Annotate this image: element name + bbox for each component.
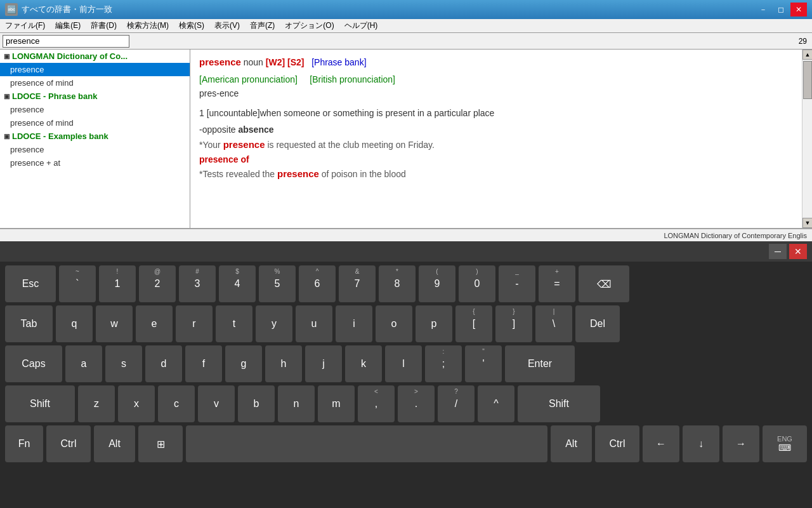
key-x[interactable]: x bbox=[118, 385, 155, 422]
key-o[interactable]: o bbox=[376, 305, 412, 342]
key-t[interactable]: t bbox=[216, 305, 252, 342]
entry-br-pron[interactable]: [British pronunciation] bbox=[310, 74, 395, 84]
key-ctrl-right[interactable]: Ctrl bbox=[595, 425, 639, 462]
key-shift-left[interactable]: Shift bbox=[5, 385, 75, 422]
key-9[interactable]: (9 bbox=[419, 265, 455, 302]
sidebar-group-phrase[interactable]: ▣ LDOCE - Phrase bank bbox=[0, 90, 190, 103]
key-0[interactable]: )0 bbox=[459, 265, 495, 302]
key-m[interactable]: m bbox=[318, 385, 355, 422]
entry-phrasebank[interactable]: [Phrase bank] bbox=[311, 57, 366, 67]
close-button[interactable]: ✕ bbox=[790, 3, 807, 17]
key-right[interactable]: → bbox=[723, 425, 759, 462]
entry-am-pron[interactable]: [American pronunciation] bbox=[199, 74, 298, 84]
key-down[interactable]: ↓ bbox=[683, 425, 719, 462]
key-v[interactable]: v bbox=[198, 385, 235, 422]
maximize-button[interactable]: ◻ bbox=[773, 3, 789, 17]
key-i[interactable]: i bbox=[336, 305, 372, 342]
key-y[interactable]: y bbox=[256, 305, 292, 342]
menu-edit[interactable]: 編集(E) bbox=[50, 19, 86, 32]
key-del[interactable]: Del bbox=[575, 305, 620, 342]
key-n[interactable]: n bbox=[278, 385, 315, 422]
key-e[interactable]: e bbox=[136, 305, 173, 342]
key-j[interactable]: j bbox=[305, 345, 342, 382]
key-quote[interactable]: "' bbox=[465, 345, 502, 382]
key-ctrl-left[interactable]: Ctrl bbox=[46, 425, 91, 462]
key-d[interactable]: d bbox=[145, 345, 182, 382]
key-equals[interactable]: += bbox=[539, 265, 575, 302]
menu-view[interactable]: 表示(V) bbox=[209, 19, 245, 32]
menu-dict[interactable]: 辞書(D) bbox=[86, 19, 122, 32]
key-l[interactable]: l bbox=[385, 345, 422, 382]
key-left[interactable]: ← bbox=[643, 425, 679, 462]
key-win[interactable]: ⊞ bbox=[138, 425, 183, 462]
search-bar: 29 bbox=[0, 33, 812, 50]
search-input[interactable] bbox=[3, 35, 129, 48]
content-scroll-thumb[interactable] bbox=[803, 61, 812, 99]
menu-options[interactable]: オプション(O) bbox=[280, 19, 339, 32]
key-alt-right[interactable]: Alt bbox=[551, 425, 592, 462]
key-4[interactable]: $4 bbox=[219, 265, 256, 302]
key-6[interactable]: ^6 bbox=[299, 265, 336, 302]
key-enter[interactable]: Enter bbox=[505, 345, 575, 382]
key-semicolon[interactable]: :; bbox=[425, 345, 462, 382]
key-q[interactable]: q bbox=[56, 305, 93, 342]
keyboard-minimize[interactable]: ─ bbox=[769, 244, 787, 259]
key-c[interactable]: c bbox=[158, 385, 195, 422]
key-2[interactable]: @2 bbox=[139, 265, 176, 302]
key-7[interactable]: &7 bbox=[339, 265, 376, 302]
key-backtick[interactable]: ~` bbox=[59, 265, 96, 302]
key-slash[interactable]: ?/ bbox=[438, 385, 475, 422]
key-1[interactable]: !1 bbox=[99, 265, 136, 302]
key-u[interactable]: u bbox=[296, 305, 332, 342]
key-backspace[interactable]: ⌫ bbox=[579, 265, 629, 302]
menu-search-method[interactable]: 検索方法(M) bbox=[122, 19, 174, 32]
key-8[interactable]: *8 bbox=[379, 265, 416, 302]
key-fn[interactable]: Fn bbox=[5, 425, 43, 462]
sidebar-item-presence-2[interactable]: presence bbox=[0, 103, 190, 116]
key-k[interactable]: k bbox=[345, 345, 382, 382]
key-rbracket[interactable]: }] bbox=[495, 305, 532, 342]
key-g[interactable]: g bbox=[225, 345, 262, 382]
key-eng[interactable]: ENG⌨ bbox=[763, 425, 807, 462]
key-r[interactable]: r bbox=[176, 305, 213, 342]
key-alt-left[interactable]: Alt bbox=[94, 425, 135, 462]
sidebar-item-presence[interactable]: presence bbox=[0, 63, 190, 76]
content-scroll-up[interactable]: ▲ bbox=[802, 50, 812, 60]
sidebar-item-presence-of-mind-1[interactable]: presence of mind bbox=[0, 76, 190, 90]
sidebar-item-presence-of-mind-2[interactable]: presence of mind bbox=[0, 116, 190, 130]
key-up[interactable]: ^ bbox=[478, 385, 514, 422]
sidebar: ▣ LONGMAN Dictionary of Co... presence p… bbox=[0, 50, 190, 228]
key-s[interactable]: s bbox=[105, 345, 142, 382]
sidebar-item-presence-at[interactable]: presence + at bbox=[0, 156, 190, 170]
key-p[interactable]: p bbox=[416, 305, 452, 342]
key-comma[interactable]: <, bbox=[358, 385, 395, 422]
menu-bar: ファイル(F) 編集(E) 辞書(D) 検索方法(M) 検索(S) 表示(V) … bbox=[0, 19, 812, 33]
key-h[interactable]: h bbox=[265, 345, 302, 382]
menu-search[interactable]: 検索(S) bbox=[174, 19, 209, 32]
key-w[interactable]: w bbox=[96, 305, 133, 342]
key-shift-right[interactable]: Shift bbox=[518, 385, 600, 422]
sidebar-item-presence-3[interactable]: presence bbox=[0, 143, 190, 156]
key-a[interactable]: a bbox=[65, 345, 102, 382]
key-tab[interactable]: Tab bbox=[5, 305, 53, 342]
key-f[interactable]: f bbox=[185, 345, 222, 382]
key-lbracket[interactable]: {[ bbox=[455, 305, 492, 342]
menu-help[interactable]: ヘルプ(H) bbox=[339, 19, 383, 32]
content-scroll-down[interactable]: ▼ bbox=[802, 218, 812, 228]
key-3[interactable]: #3 bbox=[179, 265, 216, 302]
key-period[interactable]: >. bbox=[398, 385, 435, 422]
menu-audio[interactable]: 音声(Z) bbox=[245, 19, 280, 32]
sidebar-group-examples[interactable]: ▣ LDOCE - Examples bank bbox=[0, 130, 190, 143]
menu-file[interactable]: ファイル(F) bbox=[0, 19, 50, 32]
sidebar-group-longman[interactable]: ▣ LONGMAN Dictionary of Co... bbox=[0, 50, 190, 63]
key-caps[interactable]: Caps bbox=[5, 345, 62, 382]
key-z[interactable]: z bbox=[78, 385, 115, 422]
key-5[interactable]: %5 bbox=[259, 265, 296, 302]
key-b[interactable]: b bbox=[238, 385, 275, 422]
key-backslash[interactable]: |\ bbox=[535, 305, 572, 342]
key-minus[interactable]: _- bbox=[499, 265, 535, 302]
key-space[interactable] bbox=[186, 425, 547, 462]
keyboard-close[interactable]: ✕ bbox=[789, 244, 807, 259]
key-esc[interactable]: Esc bbox=[5, 265, 56, 302]
minimize-button[interactable]: － bbox=[755, 3, 771, 17]
